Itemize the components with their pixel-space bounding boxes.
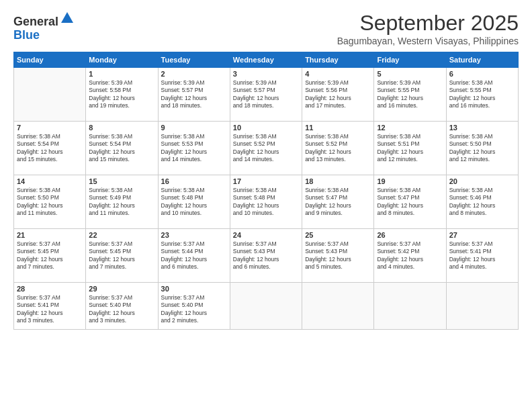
calendar-cell: 8Sunrise: 5:38 AM Sunset: 5:54 PM Daylig… xyxy=(86,122,158,175)
header-wednesday: Wednesday xyxy=(230,52,302,68)
day-info: Sunrise: 5:38 AM Sunset: 5:50 PM Dayligh… xyxy=(449,133,515,164)
calendar-header-row: Sunday Monday Tuesday Wednesday Thursday… xyxy=(14,52,519,68)
calendar-cell: 1Sunrise: 5:39 AM Sunset: 5:58 PM Daylig… xyxy=(86,68,158,122)
day-info: Sunrise: 5:37 AM Sunset: 5:44 PM Dayligh… xyxy=(161,240,227,271)
location: Bagumbayan, Western Visayas, Philippines xyxy=(337,36,519,46)
day-info: Sunrise: 5:37 AM Sunset: 5:42 PM Dayligh… xyxy=(377,240,443,271)
day-number: 25 xyxy=(305,231,371,239)
calendar-cell: 13Sunrise: 5:38 AM Sunset: 5:50 PM Dayli… xyxy=(446,122,518,175)
day-info: Sunrise: 5:39 AM Sunset: 5:58 PM Dayligh… xyxy=(89,79,154,110)
day-info: Sunrise: 5:37 AM Sunset: 5:41 PM Dayligh… xyxy=(17,294,83,325)
header-friday: Friday xyxy=(374,52,446,68)
day-info: Sunrise: 5:38 AM Sunset: 5:54 PM Dayligh… xyxy=(89,133,154,164)
calendar-cell: 23Sunrise: 5:37 AM Sunset: 5:44 PM Dayli… xyxy=(158,229,230,283)
calendar-cell: 9Sunrise: 5:38 AM Sunset: 5:53 PM Daylig… xyxy=(158,122,230,175)
day-number: 18 xyxy=(305,177,371,185)
calendar-cell: 28Sunrise: 5:37 AM Sunset: 5:41 PM Dayli… xyxy=(14,283,86,330)
calendar-cell: 14Sunrise: 5:38 AM Sunset: 5:50 PM Dayli… xyxy=(14,175,86,229)
calendar-cell xyxy=(446,283,518,330)
day-info: Sunrise: 5:38 AM Sunset: 5:50 PM Dayligh… xyxy=(17,187,83,218)
calendar-cell: 12Sunrise: 5:38 AM Sunset: 5:51 PM Dayli… xyxy=(374,122,446,175)
day-number: 3 xyxy=(233,70,299,78)
day-number: 24 xyxy=(233,231,299,239)
calendar-cell: 27Sunrise: 5:37 AM Sunset: 5:41 PM Dayli… xyxy=(446,229,518,283)
day-number: 15 xyxy=(89,177,154,185)
day-info: Sunrise: 5:37 AM Sunset: 5:45 PM Dayligh… xyxy=(17,240,83,271)
calendar-cell: 20Sunrise: 5:38 AM Sunset: 5:46 PM Dayli… xyxy=(446,175,518,229)
calendar-cell: 2Sunrise: 5:39 AM Sunset: 5:57 PM Daylig… xyxy=(158,68,230,122)
calendar-cell: 22Sunrise: 5:37 AM Sunset: 5:45 PM Dayli… xyxy=(86,229,158,283)
day-info: Sunrise: 5:38 AM Sunset: 5:52 PM Dayligh… xyxy=(305,133,371,164)
day-number: 9 xyxy=(161,124,227,132)
logo-icon xyxy=(60,11,75,26)
calendar-cell xyxy=(374,283,446,330)
calendar-cell: 25Sunrise: 5:37 AM Sunset: 5:43 PM Dayli… xyxy=(302,229,374,283)
day-info: Sunrise: 5:38 AM Sunset: 5:46 PM Dayligh… xyxy=(449,187,515,218)
day-number: 28 xyxy=(17,285,83,293)
day-number: 4 xyxy=(305,70,371,78)
day-number: 19 xyxy=(377,177,443,185)
day-info: Sunrise: 5:38 AM Sunset: 5:48 PM Dayligh… xyxy=(161,187,227,218)
calendar-cell: 10Sunrise: 5:38 AM Sunset: 5:52 PM Dayli… xyxy=(230,122,302,175)
logo: General Blue xyxy=(13,11,75,42)
day-info: Sunrise: 5:38 AM Sunset: 5:48 PM Dayligh… xyxy=(233,187,299,218)
calendar-cell: 19Sunrise: 5:38 AM Sunset: 5:47 PM Dayli… xyxy=(374,175,446,229)
day-info: Sunrise: 5:38 AM Sunset: 5:53 PM Dayligh… xyxy=(161,133,227,164)
day-info: Sunrise: 5:39 AM Sunset: 5:57 PM Dayligh… xyxy=(233,79,299,110)
day-info: Sunrise: 5:38 AM Sunset: 5:51 PM Dayligh… xyxy=(377,133,443,164)
header-sunday: Sunday xyxy=(14,52,86,68)
day-info: Sunrise: 5:38 AM Sunset: 5:52 PM Dayligh… xyxy=(233,133,299,164)
day-info: Sunrise: 5:37 AM Sunset: 5:41 PM Dayligh… xyxy=(449,240,515,271)
calendar-cell: 15Sunrise: 5:38 AM Sunset: 5:49 PM Dayli… xyxy=(86,175,158,229)
calendar-cell: 30Sunrise: 5:37 AM Sunset: 5:40 PM Dayli… xyxy=(158,283,230,330)
day-number: 22 xyxy=(89,231,154,239)
day-info: Sunrise: 5:37 AM Sunset: 5:43 PM Dayligh… xyxy=(233,240,299,271)
day-number: 27 xyxy=(449,231,515,239)
calendar-cell xyxy=(302,283,374,330)
day-info: Sunrise: 5:37 AM Sunset: 5:40 PM Dayligh… xyxy=(89,294,154,325)
page-header: General Blue September 2025 Bagumbayan, … xyxy=(13,11,519,46)
title-block: September 2025 Bagumbayan, Western Visay… xyxy=(337,11,519,46)
svg-marker-0 xyxy=(61,12,73,23)
calendar-cell: 5Sunrise: 5:39 AM Sunset: 5:55 PM Daylig… xyxy=(374,68,446,122)
header-monday: Monday xyxy=(86,52,158,68)
calendar-cell: 7Sunrise: 5:38 AM Sunset: 5:54 PM Daylig… xyxy=(14,122,86,175)
day-number: 2 xyxy=(161,70,227,78)
header-saturday: Saturday xyxy=(446,52,518,68)
day-info: Sunrise: 5:39 AM Sunset: 5:55 PM Dayligh… xyxy=(377,79,443,110)
calendar-cell: 11Sunrise: 5:38 AM Sunset: 5:52 PM Dayli… xyxy=(302,122,374,175)
day-info: Sunrise: 5:39 AM Sunset: 5:57 PM Dayligh… xyxy=(161,79,227,110)
day-number: 20 xyxy=(449,177,515,185)
header-tuesday: Tuesday xyxy=(158,52,230,68)
day-number: 17 xyxy=(233,177,299,185)
day-number: 21 xyxy=(17,231,83,239)
day-number: 30 xyxy=(161,285,227,293)
day-info: Sunrise: 5:37 AM Sunset: 5:40 PM Dayligh… xyxy=(161,294,227,325)
day-number: 16 xyxy=(161,177,227,185)
month-title: September 2025 xyxy=(337,11,519,36)
day-info: Sunrise: 5:38 AM Sunset: 5:47 PM Dayligh… xyxy=(377,187,443,218)
header-thursday: Thursday xyxy=(302,52,374,68)
day-number: 6 xyxy=(449,70,515,78)
calendar-table: Sunday Monday Tuesday Wednesday Thursday… xyxy=(13,52,519,330)
day-number: 23 xyxy=(161,231,227,239)
day-info: Sunrise: 5:37 AM Sunset: 5:45 PM Dayligh… xyxy=(89,240,154,271)
day-number: 1 xyxy=(89,70,154,78)
calendar-cell: 4Sunrise: 5:39 AM Sunset: 5:56 PM Daylig… xyxy=(302,68,374,122)
logo-general-text: General xyxy=(13,15,58,28)
day-number: 14 xyxy=(17,177,83,185)
day-number: 12 xyxy=(377,124,443,132)
day-info: Sunrise: 5:38 AM Sunset: 5:54 PM Dayligh… xyxy=(17,133,83,164)
day-number: 5 xyxy=(377,70,443,78)
day-number: 10 xyxy=(233,124,299,132)
logo-blue-text: Blue xyxy=(13,28,40,42)
day-number: 11 xyxy=(305,124,371,132)
day-info: Sunrise: 5:38 AM Sunset: 5:47 PM Dayligh… xyxy=(305,187,371,218)
calendar-cell: 16Sunrise: 5:38 AM Sunset: 5:48 PM Dayli… xyxy=(158,175,230,229)
day-info: Sunrise: 5:38 AM Sunset: 5:49 PM Dayligh… xyxy=(89,187,154,218)
day-number: 8 xyxy=(89,124,154,132)
day-number: 26 xyxy=(377,231,443,239)
day-info: Sunrise: 5:39 AM Sunset: 5:56 PM Dayligh… xyxy=(305,79,371,110)
day-info: Sunrise: 5:38 AM Sunset: 5:55 PM Dayligh… xyxy=(449,79,515,110)
day-number: 7 xyxy=(17,124,83,132)
